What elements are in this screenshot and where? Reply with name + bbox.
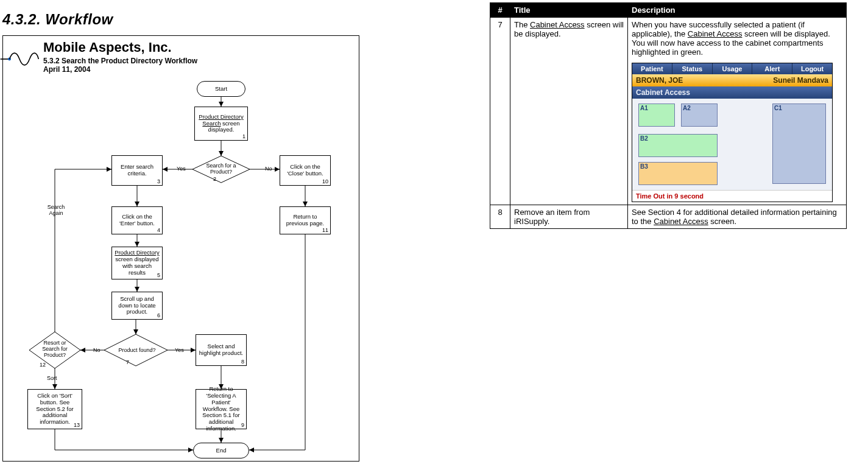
section-heading: 4.3.2. Workflow xyxy=(2,11,113,28)
decision-12-number: 12 xyxy=(40,362,46,368)
tab-usage[interactable]: Usage xyxy=(713,63,753,74)
row7-num: 7 xyxy=(490,18,510,205)
inset-title: Cabinet Access xyxy=(636,88,690,97)
label-search-again: Search Again xyxy=(41,204,71,216)
label-yes-d7: Yes xyxy=(175,347,184,353)
inset-tabs: Patient Status Usage Alert Logout xyxy=(632,63,832,74)
flowchart-decision-2: Search for a Product? xyxy=(204,163,238,175)
workflow-steps-table: # Title Description 7 The Cabinet Access… xyxy=(490,2,847,229)
flowchart-step-6: Scroll up and down to locate product.6 xyxy=(111,292,163,320)
flowchart-decision-7: Product found? xyxy=(116,347,158,353)
flowchart-step-11: Return to previous page.11 xyxy=(280,206,331,234)
row8-desc: See Section 4 for additional detailed in… xyxy=(628,205,847,229)
row8-num: 8 xyxy=(490,205,510,229)
compartment-b2[interactable]: B2 xyxy=(638,134,718,157)
row7-title: The Cabinet Access screen will be displa… xyxy=(510,18,628,205)
workflow-diagram: Mobile Aspects, Inc. 5.3.2 Search the Pr… xyxy=(2,35,359,462)
tab-patient[interactable]: Patient xyxy=(632,63,672,74)
label-sort: Sort xyxy=(47,375,57,381)
compartment-a1[interactable]: A1 xyxy=(638,104,675,127)
flowchart-start: Start xyxy=(197,81,245,97)
tab-alert[interactable]: Alert xyxy=(752,63,792,74)
label-yes-d2: Yes xyxy=(177,166,186,172)
patient-name: BROWN, JOE xyxy=(636,76,683,85)
decision-7-number: 7 xyxy=(126,359,129,365)
table-row: 8 Remove an item from iRISupply. See Sec… xyxy=(490,205,847,229)
col-desc: Description xyxy=(628,3,847,18)
flowchart-step-5: Product Directory screen displayed with … xyxy=(111,247,163,279)
user-name: Suneil Mandava xyxy=(773,76,828,85)
compartment-a2[interactable]: A2 xyxy=(681,104,718,127)
flowchart-step-13: Click on 'Sort' button. See Section 5.2 … xyxy=(27,389,82,429)
tab-status[interactable]: Status xyxy=(672,63,713,74)
row7-desc: When you have successfully selected a pa… xyxy=(628,18,847,205)
timeout-label: Time Out in 9 second xyxy=(632,190,832,202)
col-hash: # xyxy=(490,3,510,18)
flowchart-step-3: Enter search criteria.3 xyxy=(111,155,163,186)
flowchart-step-4: Click on the 'Enter' button.4 xyxy=(111,206,163,234)
flowchart-step-10: Click on the 'Close' button.10 xyxy=(280,155,331,186)
flowchart-end: End xyxy=(193,443,249,458)
table-row: 7 The Cabinet Access screen will be disp… xyxy=(490,18,847,205)
table-header-row: # Title Description xyxy=(490,3,847,18)
flowchart-decision-12: Resort or Search for Product? xyxy=(38,340,71,358)
flowchart-step-9: Return to 'Selecting A Patient' Workflow… xyxy=(196,389,247,429)
label-no-d7: No xyxy=(93,347,101,353)
flowchart-step-8: Select and highlight product.8 xyxy=(196,334,247,366)
col-title: Title xyxy=(510,3,628,18)
decision-2-number: 2 xyxy=(213,176,216,182)
row8-title: Remove an item from iRISupply. xyxy=(510,205,628,229)
cabinet-access-inset: Patient Status Usage Alert Logout BROWN,… xyxy=(632,63,833,202)
tab-logout[interactable]: Logout xyxy=(792,63,832,74)
compartment-grid: A1 A2 C1 B2 B3 xyxy=(632,99,832,190)
compartment-c1[interactable]: C1 xyxy=(772,104,826,184)
flowchart-step-1: Product Directory Search screen displaye… xyxy=(194,107,248,141)
label-no-d2: No xyxy=(265,166,272,172)
compartment-b3[interactable]: B3 xyxy=(638,162,718,185)
